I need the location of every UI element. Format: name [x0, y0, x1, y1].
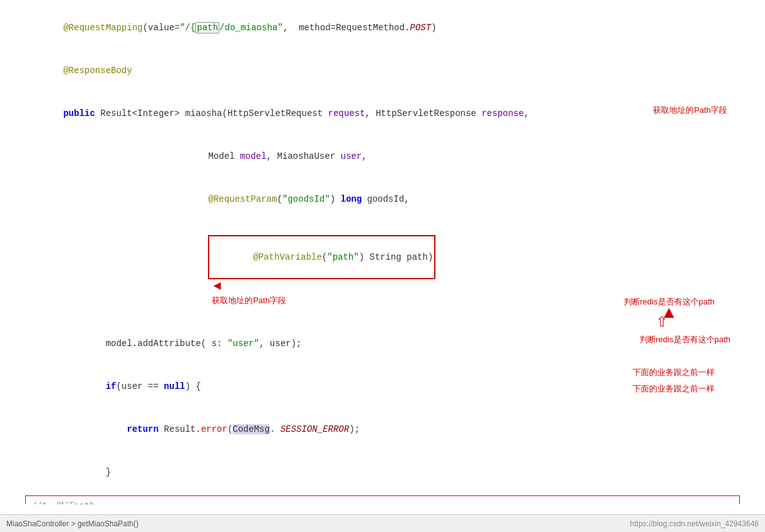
code-text: , method=RequestMethod. [283, 23, 410, 33]
path-variable-box: @PathVariable("path") String path) [208, 235, 435, 279]
code-line-2: @ResponseBody [0, 49, 765, 92]
path-param-highlight: path [195, 22, 219, 33]
label-business: 下面的业务跟之前一样 [633, 367, 715, 378]
section-box-1: //1、验证path boolean check = miaoshaServic… [25, 495, 740, 504]
code-string: "/{ [180, 23, 195, 33]
section1-comment: //1、验证path [31, 499, 734, 504]
code-line-3: public Result<Integer> miaosha(HttpServl… [0, 92, 765, 135]
label-path: 获取地址的Path字段 [212, 296, 286, 305]
annotation-request-mapping: @RequestMapping [63, 23, 142, 33]
url-label: https://blog.csdn.net/weixin_42943648 [630, 519, 759, 528]
annotation-response-body: @ResponseBody [63, 66, 132, 76]
code-line-4: Model model, MiaoshaUser user, [0, 135, 765, 178]
code-line-5: @RequestParam("goodsId") long goodsId, [0, 178, 765, 221]
code-editor: @RequestMapping(value="/{path/do_miaosha… [0, 0, 765, 504]
post-keyword: POST [410, 23, 432, 33]
code-line-10: } [0, 451, 765, 494]
arrow-redis-check: 判断redis是否有这个path ▲ [624, 296, 715, 325]
kw-public: public [63, 108, 95, 119]
status-bar: MiaoShaController > getMiaoShaPath() htt… [0, 514, 765, 532]
comment-text: //1、验证path [31, 499, 95, 504]
code-line-1: @RequestMapping(value="/{path/do_miaosha… [0, 6, 765, 49]
code-line-7: model.addAttribute( s: "user", user); [0, 322, 765, 365]
breadcrumb: MiaoShaController > getMiaoShaPath() [6, 519, 139, 528]
code-line-9: return Result.error(CodeMsg. SESSION_ERR… [0, 408, 765, 451]
code-text: (value= [142, 23, 180, 33]
